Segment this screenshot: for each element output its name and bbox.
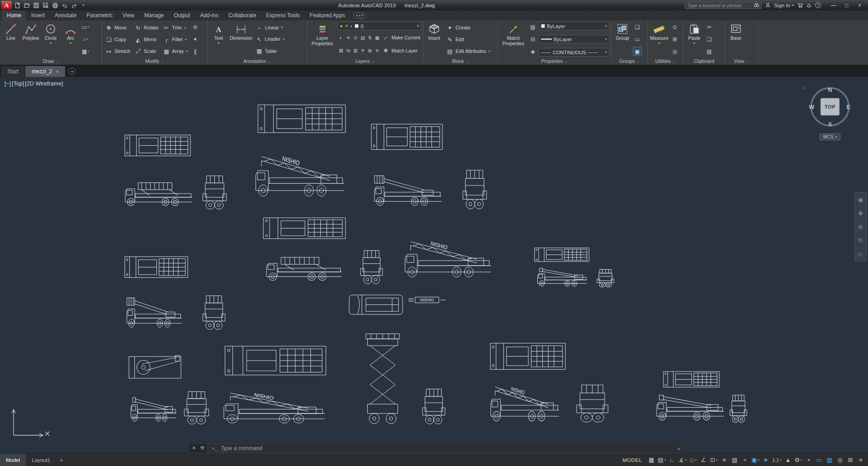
- layer-tool-icon[interactable]: ⇅: [366, 34, 373, 41]
- cad-entity-rear[interactable]: [422, 388, 446, 425]
- ortho-toggle[interactable]: ∟: [667, 455, 677, 465]
- sign-in-button[interactable]: Sign In▾: [774, 3, 794, 8]
- layer-tool-icon[interactable]: ▧: [337, 47, 344, 54]
- customization-menu-button[interactable]: ≡: [856, 455, 866, 465]
- clean-screen-button[interactable]: ⊞: [845, 455, 855, 465]
- ribbon-tab-featured-apps[interactable]: Featured Apps: [305, 10, 350, 20]
- autocad-logo-button[interactable]: A: [1, 1, 12, 10]
- lineweight-toggle[interactable]: ≡: [719, 455, 729, 465]
- ribbon-tab-manage[interactable]: Manage: [139, 10, 169, 20]
- lineweight-dropdown[interactable]: ByLayer▾: [539, 35, 609, 43]
- app-store-cart-icon[interactable]: [797, 2, 803, 8]
- ribbon-tab-view[interactable]: View: [118, 10, 139, 20]
- dynamic-input-toggle[interactable]: ⌖: [740, 455, 750, 465]
- object-snap-toggle[interactable]: ⊡▾: [709, 455, 719, 465]
- arc-button[interactable]: Arc ▾: [61, 21, 81, 57]
- cad-entity-rear[interactable]: [597, 269, 614, 288]
- line-button[interactable]: Line: [1, 21, 21, 57]
- layer-tool-icon[interactable]: ▤: [359, 34, 366, 41]
- cad-entity-crane[interactable]: NISHIO: [223, 388, 327, 425]
- cad-entity-top[interactable]: [224, 343, 327, 378]
- command-history-icon[interactable]: ▴: [678, 446, 680, 451]
- navigation-wheel-icon[interactable]: ◉: [858, 196, 863, 203]
- hardware-accel-toggle[interactable]: ▥: [825, 455, 835, 465]
- customize-wrench-icon[interactable]: ⚒: [200, 445, 204, 451]
- viewport-menu[interactable]: [−]: [5, 81, 11, 87]
- cad-entity-platform[interactable]: [124, 175, 194, 208]
- zoom-icon[interactable]: ⊕: [858, 223, 863, 230]
- drawing-canvas[interactable]: [−][Top][2D Wireframe] NISHIONISHIONISHI…: [0, 77, 868, 453]
- panel-title-view[interactable]: View⌄: [725, 57, 758, 65]
- panel-title-layers[interactable]: Layers⌄: [307, 57, 423, 65]
- cad-entity-crane[interactable]: NISHIO: [490, 381, 560, 423]
- ungroup-button[interactable]: ❏: [633, 23, 642, 32]
- ribbon-tab-add-ins[interactable]: Add-ins: [195, 10, 223, 20]
- move-button[interactable]: ✥ Move: [104, 24, 132, 32]
- viewcube[interactable]: ⌂ N W E S TOP WCS▾: [805, 83, 855, 140]
- search-icon[interactable]: [754, 2, 759, 8]
- ribbon-tab-home[interactable]: Home: [2, 10, 26, 20]
- cad-entity-scissor[interactable]: [364, 332, 401, 425]
- panel-title-annotation[interactable]: Annotation⌄: [208, 57, 307, 65]
- panel-title-utilities[interactable]: Utilities⌄: [648, 57, 683, 65]
- wcs-dropdown[interactable]: WCS▾: [820, 133, 841, 140]
- transparency-toggle[interactable]: ▨: [730, 455, 740, 465]
- cad-entity-boom[interactable]: [130, 390, 177, 423]
- viewcube-home-icon[interactable]: ⌂: [803, 84, 806, 90]
- file-tab-start[interactable]: Start: [1, 66, 25, 77]
- rotate-button[interactable]: ↻ Rotate: [133, 24, 160, 32]
- explode-button[interactable]: ✶: [191, 35, 200, 43]
- close-button[interactable]: ×: [853, 0, 866, 10]
- cad-entity-rear[interactable]: [462, 169, 487, 210]
- help-search-box[interactable]: Type a keyword or phrase: [685, 2, 762, 9]
- properties-palette-button[interactable]: ▤: [528, 23, 537, 32]
- help-icon[interactable]: ?: [815, 2, 821, 8]
- quick-calc-button[interactable]: ⊞: [670, 35, 679, 43]
- save-button[interactable]: [31, 1, 41, 10]
- trim-button[interactable]: ✂ Trim ▾: [161, 24, 189, 32]
- layer-tool-icon[interactable]: ≋: [374, 47, 380, 54]
- orbit-icon[interactable]: ↻: [858, 237, 863, 244]
- graphics-performance-toggle[interactable]: ▭: [814, 455, 824, 465]
- annotation-scale-button[interactable]: 1:1▾: [771, 455, 783, 465]
- panel-title-groups[interactable]: Groups⌄: [612, 57, 647, 65]
- cad-entity-bucket[interactable]: [126, 294, 183, 329]
- cad-entity-crane[interactable]: NISHIO: [255, 149, 346, 199]
- cad-entity-rear[interactable]: [730, 394, 747, 423]
- table-button[interactable]: ▦ Table: [255, 47, 286, 55]
- edit-attributes-button[interactable]: ▤ Edit Attributes ▾: [445, 48, 492, 55]
- layer-tool-icon[interactable]: ⊙: [352, 34, 359, 41]
- command-line[interactable]: ✕ ⚒ >_ Type a command ▴: [188, 443, 684, 453]
- stretch-button[interactable]: ↦ Stretch: [104, 48, 132, 55]
- pan-icon[interactable]: ✥: [858, 210, 863, 217]
- showmotion-icon[interactable]: ▷: [859, 251, 863, 257]
- cut-button[interactable]: ✂: [705, 23, 714, 32]
- object-snap-tracking-toggle[interactable]: ∠: [698, 455, 708, 465]
- model-tab[interactable]: Model: [0, 454, 26, 466]
- cad-entity-top[interactable]: [124, 133, 191, 158]
- close-tab-icon[interactable]: ×: [56, 69, 59, 74]
- scale-button[interactable]: ⤢ Scale: [133, 48, 160, 55]
- panel-title-properties[interactable]: Properties⌄: [498, 57, 611, 65]
- hatch-button[interactable]: ▩▾: [81, 47, 90, 56]
- text-button[interactable]: A Text ▾: [209, 21, 228, 57]
- cad-entity-boom[interactable]: [537, 263, 588, 288]
- model-space-button[interactable]: MODEL: [618, 457, 646, 463]
- erase-button[interactable]: ⊘: [191, 23, 200, 32]
- open-button[interactable]: [22, 1, 31, 10]
- cad-entity-top[interactable]: [257, 102, 346, 135]
- cad-entity-top[interactable]: [124, 255, 188, 280]
- ribbon-tab-insert[interactable]: Insert: [26, 10, 50, 20]
- linetype-dropdown[interactable]: ——CONTINUOUS——▾: [539, 48, 609, 57]
- panel-title-modify[interactable]: Modify⌄: [102, 57, 207, 65]
- group-edit-button[interactable]: ▭: [633, 35, 642, 43]
- saveas-button[interactable]: [41, 1, 50, 10]
- qat-menu-button[interactable]: ▾: [79, 1, 88, 10]
- viewcube-north[interactable]: N: [828, 87, 832, 93]
- id-point-button[interactable]: ◎: [670, 47, 679, 56]
- create-block-button[interactable]: ✦ Create: [445, 24, 492, 32]
- base-button[interactable]: Base: [726, 21, 746, 57]
- grid-toggle[interactable]: ▦: [646, 455, 656, 465]
- cad-entity-top[interactable]: [371, 122, 443, 152]
- group-selection-toggle[interactable]: ▣: [633, 47, 642, 56]
